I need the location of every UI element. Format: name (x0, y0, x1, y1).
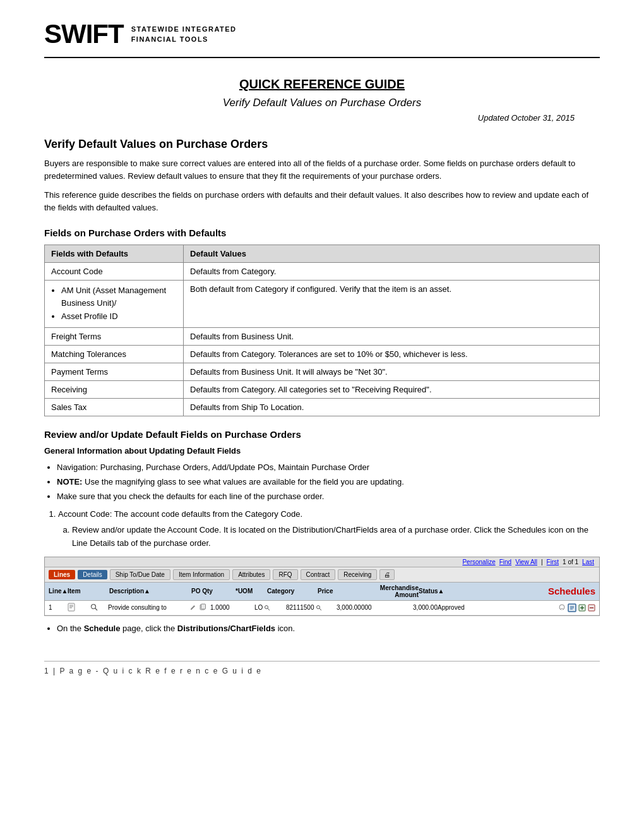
print-icon[interactable]: 🖨 (379, 569, 395, 580)
svg-line-5 (95, 608, 98, 610)
ship-to-tab[interactable]: Ship To/Due Date (110, 569, 170, 580)
copy-icon[interactable] (199, 603, 206, 611)
subtitle-line1: STATEWIDE INTEGRATED (131, 24, 237, 35)
col-line: Line▲ (49, 588, 68, 595)
cell-uom: LO (254, 604, 286, 611)
main-title: QUICK REFERENCE GUIDE (44, 77, 600, 92)
doc-subtitle: Verify Default Values on Purchase Orders (44, 97, 600, 109)
table-row: Matching Tolerances Defaults from Catego… (45, 345, 600, 363)
cell-edit-icon[interactable] (190, 604, 199, 612)
page-footer: 1 | P a g e - Q u i c k R e f e r e n c … (44, 661, 600, 675)
add-icon[interactable] (578, 604, 586, 612)
list-item: AM Unit (Asset Management Business Unit)… (61, 284, 177, 311)
bullet-note: NOTE: Use the magnifying glass to see wh… (57, 477, 404, 486)
schedules-header-label: Schedules (460, 586, 595, 596)
table-cell-col2: Defaults from Category. Tolerances are s… (184, 345, 600, 363)
list-item: Review and/or update the Account Code. I… (72, 524, 600, 550)
svg-rect-8 (201, 604, 206, 609)
table-row: Account Code Defaults from Category. (45, 262, 600, 280)
svg-line-12 (319, 608, 321, 610)
view-all-link[interactable]: View All (515, 559, 537, 565)
cell-status: Approved (438, 604, 479, 611)
last-link[interactable]: Last (582, 559, 594, 565)
lines-tab[interactable]: Lines (49, 570, 75, 579)
intro-para2: This reference guide describes the field… (44, 189, 600, 214)
footer-text: 1 | P a g e - Q u i c k R e f e r e n c … (44, 667, 262, 675)
page-heading: Verify Default Values on Purchase Orders (44, 138, 600, 151)
svg-point-9 (265, 605, 268, 608)
contract-tab[interactable]: Contract (301, 569, 336, 580)
col-price: Price (318, 588, 368, 595)
po-table-header-row: Line▲ Item Description▲ PO Qty *UOM Cate… (45, 583, 599, 601)
subtitle-line2: FINANCIAL TOOLS (131, 34, 237, 45)
general-info-heading: General Information about Updating Defau… (44, 445, 600, 457)
review-heading: Review and/or Update Default Fields on P… (44, 429, 600, 440)
page-header: SWIFT STATEWIDE INTEGRATED FINANCIAL TOO… (44, 19, 600, 58)
col-category: Category (267, 588, 318, 595)
cell-po-qty: 1.0000 (210, 604, 254, 611)
cell-search-icon[interactable] (90, 603, 108, 612)
table-cell-col1: AM Unit (Asset Management Business Unit)… (45, 280, 184, 327)
separator: | (541, 559, 543, 565)
title-section: QUICK REFERENCE GUIDE Verify Default Val… (44, 77, 600, 123)
attributes-tab[interactable]: Attributes (232, 569, 270, 580)
edit-icon[interactable] (190, 604, 196, 610)
svg-point-4 (92, 604, 96, 608)
swift-wordmark: SWIFT (44, 19, 124, 49)
alpha-item-a: Review and/or update the Account Code. I… (72, 525, 588, 548)
col-merch-amount: Merchandise Amount (368, 584, 419, 598)
col-item: Item (68, 588, 90, 595)
rfq-tab[interactable]: RFQ (273, 569, 297, 580)
chat-icon[interactable] (558, 604, 566, 612)
cell-merch-amount: 3,000.00 (387, 604, 438, 611)
schedules-icon[interactable] (568, 603, 576, 612)
fields-heading: Fields on Purchase Orders with Defaults (44, 227, 600, 238)
defaults-table: Fields with Defaults Default Values Acco… (44, 245, 600, 416)
post-screenshot-bullets: On the Schedule page, click the Distribu… (57, 622, 600, 636)
list-item: Navigation: Purchasing, Purchase Orders,… (57, 461, 600, 474)
cell-price: 3,000.00000 (337, 604, 387, 611)
table-row: Freight Terms Defaults from Business Uni… (45, 327, 600, 345)
intro-para1: Buyers are responsible to make sure corr… (44, 157, 600, 183)
table-cell-col1: Matching Tolerances (45, 345, 184, 363)
cell-category: 82111500 (286, 604, 337, 611)
po-table-row: 1 Provide consulting to (45, 601, 599, 615)
magnifier-icon[interactable] (90, 603, 98, 611)
table-cell-col2: Defaults from Category. (184, 262, 600, 280)
swift-subtitle: STATEWIDE INTEGRATED FINANCIAL TOOLS (131, 24, 237, 45)
table-cell-col2: Both default from Category if configured… (184, 280, 600, 327)
updated-date: Updated October 31, 2015 (44, 113, 575, 123)
table-cell-col2: Defaults from Category. All categories s… (184, 380, 600, 398)
first-link[interactable]: First (547, 559, 559, 565)
col-status: Status▲ (419, 588, 460, 595)
table-header-col2: Default Values (184, 245, 600, 262)
po-screenshot: Personalize Find View All | First 1 of 1… (44, 557, 600, 616)
table-row: Receiving Defaults from Category. All ca… (45, 380, 600, 398)
find-link[interactable]: Find (499, 559, 511, 565)
receiving-tab[interactable]: Receiving (338, 569, 377, 580)
table-cell-col1: Sales Tax (45, 398, 184, 416)
cell-item-icon (68, 603, 90, 613)
item-info-tab[interactable]: Item Information (173, 569, 230, 580)
remove-icon[interactable] (588, 604, 595, 612)
table-cell-col1: Payment Terms (45, 363, 184, 380)
cell-copy-icon[interactable] (199, 603, 210, 612)
col-description: Description▲ (109, 588, 191, 595)
schedule-page-bullet: On the Schedule page, click the Distribu… (57, 624, 295, 633)
cell-description: Provide consulting to (108, 604, 190, 611)
bullet-navigation: Navigation: Purchasing, Purchase Orders,… (57, 462, 369, 472)
category-search-icon[interactable] (316, 605, 322, 611)
list-item: Asset Profile ID (61, 310, 177, 323)
table-cell-col2: Defaults from Business Unit. (184, 327, 600, 345)
list-item: Account Code: The account code defaults … (58, 508, 600, 550)
table-row: Sales Tax Defaults from Ship To Location… (45, 398, 600, 416)
details-tab[interactable]: Details (78, 570, 107, 579)
uom-search-icon[interactable] (264, 605, 270, 611)
list-item: Make sure that you check the defaults fo… (57, 490, 600, 504)
cell-schedule-icons (479, 603, 595, 612)
table-header-col1: Fields with Defaults (45, 245, 184, 262)
page: SWIFT STATEWIDE INTEGRATED FINANCIAL TOO… (0, 0, 644, 834)
table-row: AM Unit (Asset Management Business Unit)… (45, 280, 600, 327)
swift-logo: SWIFT STATEWIDE INTEGRATED FINANCIAL TOO… (44, 19, 237, 49)
personalize-link[interactable]: Personalize (462, 559, 495, 565)
